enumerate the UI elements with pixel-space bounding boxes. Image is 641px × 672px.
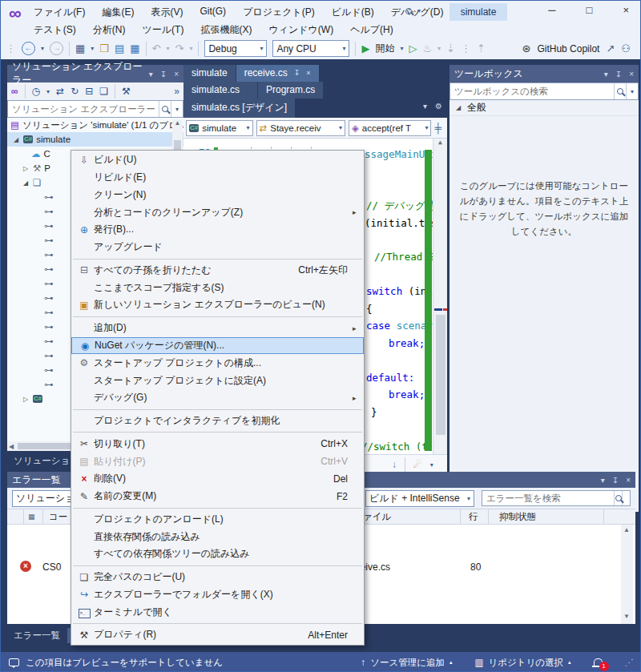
pending-changes-filter-icon[interactable]: ◷: [32, 86, 40, 97]
sync-with-active-document-icon[interactable]: ⇄: [56, 86, 64, 97]
notifications-button[interactable]: 1: [594, 658, 603, 667]
chevron-down-icon[interactable]: ▾: [41, 45, 44, 52]
pin-icon[interactable]: ↧: [294, 69, 300, 77]
context-menu-item-new-explorer-view[interactable]: ▣ 新しいソリューション エクスプローラーのビュー(N): [71, 296, 364, 314]
context-menu-item-load-dep-tree[interactable]: すべての依存関係ツリーの読み込み: [71, 545, 364, 563]
chevron-down-icon[interactable]: ▾: [626, 83, 638, 99]
chevron-down-icon[interactable]: ▾: [149, 70, 153, 78]
menu-analyze[interactable]: 分析(N): [91, 22, 128, 38]
scroll-down-icon[interactable]: ▼: [623, 613, 630, 620]
overflow-icon[interactable]: »: [174, 86, 179, 97]
switch-views-icon[interactable]: ∞: [11, 86, 18, 97]
error-search-input[interactable]: [482, 493, 614, 503]
context-menu-item-add[interactable]: 追加(D) ▸: [71, 320, 364, 337]
chevron-down-icon[interactable]: [622, 491, 630, 505]
context-menu-item-cut[interactable]: ✂ 切り取り(T) Ctrl+X: [71, 435, 364, 453]
context-menu-item-scope-to-this[interactable]: ここまでスコープ指定する(S): [71, 279, 364, 296]
start-debug-button[interactable]: ▶: [361, 42, 369, 54]
properties-wrench-icon[interactable]: ⚒: [122, 86, 131, 97]
chevron-down-icon[interactable]: ▾: [166, 45, 169, 52]
code-cleanup-broom-icon[interactable]: ☄: [413, 459, 422, 470]
toolbar-drag-handle[interactable]: ⋮: [6, 42, 16, 54]
chevron-down-icon[interactable]: ▾: [430, 461, 433, 469]
context-menu-item-rebuild[interactable]: リビルド(E): [71, 169, 364, 187]
scroll-down-indicator-icon[interactable]: ↓: [392, 459, 397, 470]
member-dropdown[interactable]: ◈ accept(ref T ▾: [349, 120, 431, 136]
menu-tools[interactable]: ツール(T): [140, 22, 187, 38]
menu-help[interactable]: ヘルプ(H): [348, 22, 396, 38]
scrollbar-thumb[interactable]: [436, 315, 445, 435]
quick-search[interactable]: ▾: [405, 7, 421, 14]
close-icon[interactable]: ×: [626, 476, 631, 485]
start-debug-label[interactable]: 開始: [375, 42, 394, 55]
chevron-down-icon[interactable]: ▾: [601, 476, 605, 485]
toolbox-section-general[interactable]: ◢ 全般: [450, 100, 639, 116]
open-file-button[interactable]: ❒: [99, 42, 109, 54]
type-dropdown[interactable]: ⇄ Staye.receiv ▾: [256, 120, 345, 136]
chevron-down-icon[interactable]: ▾: [400, 45, 403, 52]
menu-git[interactable]: Git(G): [197, 5, 228, 20]
maximize-button[interactable]: □: [582, 2, 598, 18]
gear-icon[interactable]: ⚙: [435, 102, 442, 111]
editor-vertical-scrollbar[interactable]: ▲: [433, 139, 447, 454]
chevron-down-icon[interactable]: ▾: [171, 101, 183, 117]
severity-column-icon[interactable]: ▦: [28, 513, 35, 521]
tab-simulate-cs[interactable]: simulate.cs: [183, 82, 257, 99]
context-menu-item-init-interactive[interactable]: プロジェクトでインタラクティブを初期化: [71, 412, 364, 430]
menu-build[interactable]: ビルド(B): [329, 5, 377, 20]
show-all-files-icon[interactable]: ❏: [99, 86, 108, 97]
context-menu-item-rename[interactable]: ✎ 名前の変更(M) F2: [71, 488, 364, 505]
context-menu-item-open-in-explorer[interactable]: ↪ エクスプローラーでフォルダーを開く(X): [71, 586, 364, 604]
toolbox-search-input[interactable]: [450, 87, 614, 96]
menu-window[interactable]: ウィンドウ(W): [266, 22, 336, 38]
context-menu-item-paste[interactable]: ▤ 貼り付け(P) Ctrl+V: [71, 453, 364, 470]
pin-icon[interactable]: ↧: [615, 70, 622, 78]
close-icon[interactable]: ×: [174, 70, 179, 78]
solution-config-dropdown[interactable]: Debug ▾: [204, 40, 267, 57]
add-to-source-control-button[interactable]: ↑ ソース管理に追加 ▴: [361, 657, 452, 669]
new-project-button[interactable]: ▦: [75, 42, 85, 54]
chevron-down-icon[interactable]: ▾: [417, 7, 421, 14]
pin-icon[interactable]: ↧: [612, 476, 619, 485]
select-repository-button[interactable]: ▥ リポジトリの選択 ▴: [474, 657, 570, 669]
step-out-button[interactable]: ⇡: [477, 42, 486, 54]
context-menu-item-delete[interactable]: × 削除(V) Del: [71, 470, 364, 488]
project-dropdown[interactable]: C# simulate ▾: [186, 120, 253, 136]
close-icon[interactable]: ×: [306, 69, 310, 77]
save-all-button[interactable]: ▦: [130, 42, 139, 54]
context-menu-item-clean[interactable]: クリーン(N): [71, 187, 364, 204]
context-menu-item-debug[interactable]: デバッグ(G) ▸: [71, 389, 364, 407]
context-menu-item-unload-project[interactable]: プロジェクトのアンロード(L): [71, 511, 364, 529]
share-icon[interactable]: ↗: [606, 42, 615, 54]
resize-grip-icon[interactable]: ⋰: [625, 657, 635, 668]
platform-dropdown[interactable]: Any CPU ▾: [272, 40, 349, 57]
collapse-all-icon[interactable]: ⊟: [85, 86, 93, 97]
tab-program-cs[interactable]: Program.cs: [258, 82, 323, 99]
chevron-down-icon[interactable]: ▾: [46, 88, 50, 95]
tab-receive-cs[interactable]: receive.cs ↧ ×: [236, 65, 319, 82]
error-filter-dropdown[interactable]: ビルド + IntelliSense ▾: [365, 490, 474, 507]
undo-button[interactable]: ↶: [152, 42, 161, 54]
context-menu-item-copy-full-path[interactable]: ❏ 完全パスのコピー(U): [71, 569, 364, 586]
refresh-icon[interactable]: ↻: [71, 86, 79, 97]
solution-root-node[interactable]: ▤ ソリューション 'simulate' (1/1 のプロジェクト): [7, 118, 183, 132]
scroll-up-icon[interactable]: ▲: [438, 139, 442, 146]
project-node-simulate[interactable]: ◢ C# simulate: [7, 132, 183, 147]
feedback-person-icon[interactable]: ⚇: [621, 42, 631, 54]
context-menu-item-manage-nuget[interactable]: ◉ NuGet パッケージの管理(N)...: [71, 337, 364, 355]
search-icon[interactable]: [614, 491, 622, 505]
step-into-button[interactable]: ⇣: [446, 42, 455, 54]
hot-reload-button[interactable]: ♨: [422, 42, 432, 54]
pin-icon[interactable]: ↧: [160, 70, 167, 78]
column-suppression[interactable]: 抑制状態: [499, 511, 536, 523]
context-menu-item-configure-startup[interactable]: ⚙ スタートアップ プロジェクトの構成...: [71, 354, 364, 372]
scroll-up-icon[interactable]: ▲: [175, 119, 181, 127]
menu-extensions[interactable]: 拡張機能(X): [198, 22, 254, 38]
search-icon[interactable]: [614, 83, 626, 99]
expander-closed-icon[interactable]: ▷: [22, 165, 30, 172]
context-menu-item-collapse-children[interactable]: ⊟ すべての子孫を折りたたむ Ctrl+左矢印: [71, 262, 364, 280]
chevron-down-icon[interactable]: ▾: [604, 70, 608, 78]
expander-open-icon[interactable]: ◢: [12, 136, 20, 143]
close-button[interactable]: ×: [618, 2, 634, 18]
scroll-up-icon[interactable]: ▲: [623, 526, 630, 533]
